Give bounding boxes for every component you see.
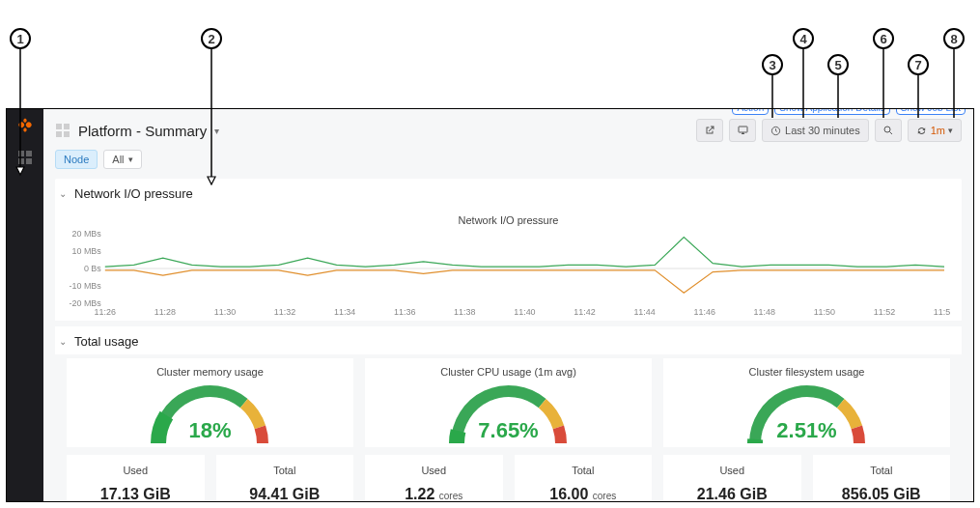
stat-pair: Used21.46 GiBTotal856.05 GiB — [663, 455, 950, 501]
network-chart-card: Network I/O pressure -20 MBs-10 MBs0 Bs1… — [55, 207, 962, 321]
svg-text:10 MBs: 10 MBs — [71, 246, 101, 256]
svg-point-18 — [884, 127, 890, 132]
gauge-card: Cluster CPU usage (1m avg)7.65% — [365, 358, 652, 447]
svg-text:11:52: 11:52 — [874, 307, 895, 317]
stat-pair: Used1.22 coresTotal16.00 cores — [365, 455, 652, 501]
svg-text:11:44: 11:44 — [633, 307, 655, 317]
variable-bar: Node All ▾ — [43, 150, 973, 177]
stat-label: Total — [522, 465, 645, 476]
gauge-value: 7.65% — [441, 418, 576, 443]
stat-label: Used — [671, 465, 794, 476]
stat-value: 94.41 GiB — [224, 486, 347, 501]
annotation-tags: Action Show Application Details Show Job… — [732, 108, 966, 115]
refresh-interval-label: 1m — [931, 125, 945, 136]
share-icon — [704, 125, 715, 136]
svg-rect-16 — [739, 127, 747, 132]
svg-text:11:28: 11:28 — [154, 307, 176, 317]
stat-row: Used17.13 GiBTotal94.41 GiBUsed1.22 core… — [55, 455, 962, 501]
network-chart-title: Network I/O pressure — [67, 212, 950, 230]
variable-all-label: All — [112, 154, 124, 165]
chevron-down-icon: ⌄ — [57, 336, 69, 347]
svg-rect-15 — [64, 131, 70, 137]
gauge-title: Cluster memory usage — [156, 364, 264, 381]
time-range-label: Last 30 minutes — [785, 125, 860, 136]
svg-text:11:26: 11:26 — [95, 307, 116, 317]
svg-text:11:48: 11:48 — [754, 307, 775, 317]
clock-icon — [770, 126, 781, 136]
annot-app-details: Show Application Details — [774, 108, 890, 115]
chevron-down-icon: ▾ — [128, 155, 133, 164]
stat-card-used: Used21.46 GiB — [663, 455, 801, 501]
svg-text:11:30: 11:30 — [214, 307, 236, 317]
panel-total-usage-title: Total usage — [74, 334, 139, 349]
gauge-row: Cluster memory usage18%Cluster CPU usage… — [55, 358, 962, 447]
svg-text:11:40: 11:40 — [514, 307, 535, 317]
stat-value: 16.00 cores — [522, 486, 645, 501]
stat-pair: Used17.13 GiBTotal94.41 GiB — [67, 455, 353, 501]
search-icon — [882, 125, 894, 136]
gauge-card: Cluster filesystem usage2.51% — [663, 358, 950, 447]
panel-total-usage-header[interactable]: ⌄ Total usage — [55, 326, 962, 354]
svg-text:-10 MBs: -10 MBs — [69, 281, 101, 291]
panel-network-title: Network I/O pressure — [74, 186, 193, 201]
time-range-button[interactable]: Last 30 minutes — [762, 119, 869, 142]
monitor-button[interactable] — [729, 119, 756, 142]
stat-label: Used — [74, 465, 197, 476]
svg-text:11:42: 11:42 — [574, 307, 595, 317]
annot-action: Action — [732, 108, 769, 115]
svg-rect-11 — [26, 158, 32, 164]
stat-value: 856.05 GiB — [821, 486, 943, 501]
svg-text:11:46: 11:46 — [693, 307, 714, 317]
app-frame: Action Show Application Details Show Job… — [6, 108, 974, 502]
stat-label: Total — [224, 465, 347, 476]
gauge-title: Cluster CPU usage (1m avg) — [440, 364, 576, 381]
panel-network-header[interactable]: ⌄ Network I/O pressure — [55, 179, 962, 207]
stat-label: Used — [373, 465, 495, 476]
monitor-icon — [737, 125, 749, 136]
grafana-logo-icon[interactable] — [16, 117, 34, 134]
zoom-out-button[interactable] — [875, 119, 902, 142]
stat-card-used: Used1.22 cores — [365, 455, 503, 501]
share-button[interactable] — [696, 119, 723, 142]
sidebar — [7, 109, 43, 501]
dashboard-title[interactable]: Platform - Summary ▾ — [55, 123, 219, 139]
svg-text:11:50: 11:50 — [814, 307, 835, 317]
svg-text:0 Bs: 0 Bs — [84, 264, 101, 273]
main-area: Platform - Summary ▾ Last 30 minutes — [43, 109, 973, 501]
stat-value: 1.22 cores — [373, 486, 495, 501]
stat-value: 17.13 GiB — [74, 486, 197, 501]
svg-text:11:36: 11:36 — [394, 307, 415, 317]
stat-card-used: Used17.13 GiB — [67, 455, 205, 501]
svg-text:11:34: 11:34 — [334, 307, 355, 317]
gauge-value: 2.51% — [740, 418, 875, 443]
stat-card-total: Total856.05 GiB — [813, 455, 951, 501]
page-title: Platform - Summary — [78, 123, 207, 139]
stat-card-total: Total16.00 cores — [515, 455, 653, 501]
svg-rect-9 — [26, 151, 32, 156]
gauge-card: Cluster memory usage18% — [67, 358, 353, 447]
svg-rect-8 — [18, 151, 24, 156]
variable-node-chip[interactable]: Node — [55, 150, 98, 169]
chevron-down-icon: ▾ — [948, 126, 953, 135]
dashboards-nav-icon[interactable] — [17, 150, 33, 165]
dashboard-icon — [55, 123, 70, 138]
svg-text:11:32: 11:32 — [274, 307, 295, 317]
svg-rect-12 — [56, 124, 62, 129]
svg-text:11:54: 11:54 — [934, 307, 950, 317]
network-chart: -20 MBs-10 MBs0 Bs10 MBs20 MBs11:2611:28… — [67, 230, 950, 317]
annot-job-list: Show Job List — [896, 108, 966, 115]
svg-text:20 MBs: 20 MBs — [71, 230, 101, 239]
panel-total-usage: ⌄ Total usage Cluster memory usage18%Clu… — [55, 326, 962, 501]
variable-all-dropdown[interactable]: All ▾ — [103, 150, 141, 169]
stat-card-total: Total94.41 GiB — [216, 455, 354, 501]
refresh-button[interactable]: 1m ▾ — [908, 119, 962, 142]
svg-rect-10 — [18, 158, 24, 164]
header-bar: Platform - Summary ▾ Last 30 minutes — [43, 109, 973, 150]
chevron-down-icon: ⌄ — [57, 188, 69, 199]
panel-network: ⌄ Network I/O pressure Network I/O press… — [55, 179, 962, 321]
toolbar: Last 30 minutes 1m ▾ — [696, 119, 962, 142]
chevron-down-icon: ▾ — [214, 126, 219, 136]
refresh-icon — [916, 126, 927, 136]
svg-rect-14 — [56, 131, 62, 137]
stat-label: Total — [821, 465, 943, 476]
